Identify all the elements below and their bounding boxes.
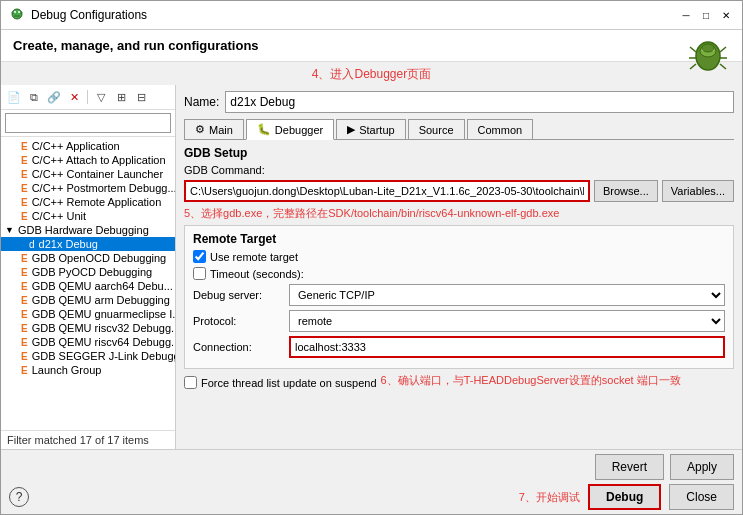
main-content: 📄 ⧉ 🔗 ✕ ▽ ⊞ ⊟ E C/C++ Application E C [1,85,742,449]
header-title: Create, manage, and run configurations [13,38,259,53]
apply-button[interactable]: Apply [670,454,734,480]
svg-point-0 [12,9,22,19]
svg-line-10 [690,47,696,52]
variables-button[interactable]: Variables... [662,180,734,202]
item-icon: E [21,211,28,222]
list-item[interactable]: E C/C++ Remote Application [1,195,175,209]
new-config-button[interactable]: 📄 [5,88,23,106]
list-item[interactable]: E GDB PyOCD Debugging [1,265,175,279]
list-item[interactable]: E GDB QEMU gnuarmeclipse I... [1,307,175,321]
svg-line-11 [720,47,726,52]
title-bar: Debug Configurations ─ □ ✕ [1,1,742,30]
debug-configurations-window: Debug Configurations ─ □ ✕ Create, manag… [0,0,743,515]
connection-input[interactable] [289,336,725,358]
revert-button[interactable]: Revert [595,454,664,480]
duplicate-button[interactable]: ⧉ [25,88,43,106]
protocol-select[interactable]: remote [289,310,725,332]
list-item[interactable]: E C/C++ Unit [1,209,175,223]
expand-icon: ▼ [5,225,14,235]
search-input[interactable] [5,113,171,133]
force-thread-checkbox[interactable] [184,376,197,389]
tree-item-label: C/C++ Attach to Application [32,154,166,166]
toolbar: 📄 ⧉ 🔗 ✕ ▽ ⊞ ⊟ [1,85,175,110]
svg-point-2 [18,11,20,13]
timeout-checkbox[interactable] [193,267,206,280]
list-item[interactable]: E GDB OpenOCD Debugging [1,251,175,265]
gdb-command-input[interactable] [184,180,590,202]
debug-server-select[interactable]: Generic TCP/IP [289,284,725,306]
tree-group-gdb[interactable]: ▼ GDB Hardware Debugging [1,223,175,237]
filter-button[interactable]: ▽ [92,88,110,106]
tab-bar: ⚙ Main 🐛 Debugger ▶ Startup Source Commo… [184,119,734,140]
list-item[interactable]: E C/C++ Postmortem Debugg... [1,181,175,195]
protocol-label: Protocol: [193,315,283,327]
list-item-d21x[interactable]: d d21x Debug [1,237,175,251]
tree-item-label: GDB SEGGER J-Link Debugg... [32,350,175,362]
list-item[interactable]: E GDB QEMU riscv32 Debugg... [1,321,175,335]
tab-startup[interactable]: ▶ Startup [336,119,405,139]
list-item[interactable]: E Launch Group [1,363,175,377]
tree-item-label: C/C++ Container Launcher [32,168,163,180]
link-button[interactable]: 🔗 [45,88,63,106]
debug-server-row: Debug server: Generic TCP/IP [193,284,725,306]
right-panel: Name: ⚙ Main 🐛 Debugger ▶ Startup S [176,85,742,449]
list-item[interactable]: E GDB QEMU arm Debugging [1,293,175,307]
list-item[interactable]: E C/C++ Application [1,139,175,153]
list-item[interactable]: E C/C++ Container Launcher [1,167,175,181]
svg-point-1 [14,11,16,13]
tab-label: Startup [359,124,394,136]
browse-button[interactable]: Browse... [594,180,658,202]
close-button[interactable]: Close [669,484,734,510]
main-tab-icon: ⚙ [195,123,205,136]
debug-button[interactable]: Debug [588,484,661,510]
window-title: Debug Configurations [31,8,147,22]
tab-source[interactable]: Source [408,119,465,139]
use-remote-row: Use remote target [193,250,725,263]
tree-item-label: C/C++ Application [32,140,120,152]
header: Create, manage, and run configurations [1,30,742,62]
debugger-tab-icon: 🐛 [257,123,271,136]
tab-label: Debugger [275,124,323,136]
close-window-button[interactable]: ✕ [718,7,734,23]
item-icon: E [21,155,28,166]
tab-label: Common [478,124,523,136]
list-item[interactable]: E GDB QEMU aarch64 Debu... [1,279,175,293]
collapse-button[interactable]: ⊟ [132,88,150,106]
tree-group-label: GDB Hardware Debugging [18,224,149,236]
tab-debugger[interactable]: 🐛 Debugger [246,119,334,140]
force-thread-row: Force thread list update on suspend 6、确认… [184,373,734,392]
help-button[interactable]: ? [9,487,29,507]
tree-item-label: GDB QEMU arm Debugging [32,294,170,306]
filter-status: Filter matched 17 of 17 items [1,430,175,449]
list-item[interactable]: E C/C++ Attach to Application [1,153,175,167]
tab-common[interactable]: Common [467,119,534,139]
list-item[interactable]: E GDB SEGGER J-Link Debugg... [1,349,175,363]
tab-label: Source [419,124,454,136]
protocol-row: Protocol: remote [193,310,725,332]
config-tree: E C/C++ Application E C/C++ Attach to Ap… [1,137,175,430]
use-remote-checkbox[interactable] [193,250,206,263]
debug-annotation: 7、开始调试 [519,490,580,505]
gdb-command-label: GDB Command: [184,164,274,176]
connection-label: Connection: [193,341,283,353]
bug-icon [686,34,730,78]
item-icon: d [29,239,35,250]
svg-line-15 [720,64,726,69]
item-icon: E [21,141,28,152]
left-panel: 📄 ⧉ 🔗 ✕ ▽ ⊞ ⊟ E C/C++ Application E C [1,85,176,449]
use-remote-label: Use remote target [210,251,298,263]
bottom-area: Revert Apply ? 7、开始调试 Debug Close [1,449,742,514]
debug-server-label: Debug server: [193,289,283,301]
timeout-label: Timeout (seconds): [210,268,304,280]
name-input[interactable] [225,91,734,113]
maximize-button[interactable]: □ [698,7,714,23]
tree-item-label: GDB PyOCD Debugging [32,266,152,278]
tab-main[interactable]: ⚙ Main [184,119,244,139]
item-icon: E [21,183,28,194]
delete-button[interactable]: ✕ [65,88,83,106]
debug-close-row: ? 7、开始调试 Debug Close [9,484,734,510]
list-item[interactable]: E GDB QEMU riscv64 Debugg... [1,335,175,349]
tree-item-label: GDB QEMU riscv64 Debugg... [32,336,175,348]
expand-button[interactable]: ⊞ [112,88,130,106]
minimize-button[interactable]: ─ [678,7,694,23]
